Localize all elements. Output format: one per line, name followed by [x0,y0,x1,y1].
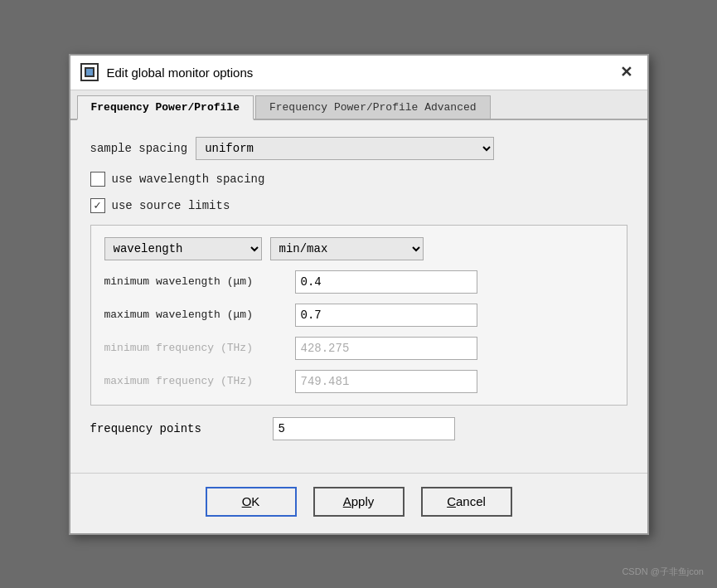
dialog-title: Edit global monitor options [107,66,254,80]
title-bar: Edit global monitor options ✕ [70,56,647,90]
app-icon [80,63,99,81]
apply-label: Apply [343,494,375,508]
min-frequency-row: minimum frequency (THz) [104,337,613,360]
max-wavelength-label: maximum wavelength (μm) [104,309,295,321]
freq-points-label: frequency points [90,422,264,435]
cancel-button[interactable]: Cancel [421,487,512,517]
title-bar-left: Edit global monitor options [80,63,254,81]
wavelength-group: wavelength min/max minimum wavelength (μ… [90,225,627,406]
wavelength-spacing-row: use wavelength spacing [90,172,627,187]
sample-spacing-label: sample spacing [90,142,188,155]
max-wavelength-row: maximum wavelength (μm) [104,304,613,327]
max-frequency-row: maximum frequency (THz) [104,370,613,393]
app-icon-inner [85,67,94,77]
freq-points-row: frequency points [90,417,627,440]
dialog-window: Edit global monitor options ✕ Frequency … [69,54,649,535]
sample-spacing-row: sample spacing uniform [90,137,627,160]
max-wavelength-input[interactable] [295,304,477,327]
min-wavelength-label: minimum wavelength (μm) [104,275,295,288]
max-frequency-label: maximum frequency (THz) [104,375,295,387]
min-wavelength-input[interactable] [295,270,477,294]
tab-bar: Frequency Power/Profile Frequency Power/… [70,90,647,120]
form-content: sample spacing uniform use wavelength sp… [70,120,647,473]
use-wavelength-spacing-label: use wavelength spacing [112,173,265,186]
tab-frequency-power-profile[interactable]: Frequency Power/Profile [77,95,254,120]
apply-button[interactable]: Apply [313,487,405,517]
min-frequency-label: minimum frequency (THz) [104,342,295,354]
freq-points-input[interactable] [273,417,455,440]
type-select[interactable]: wavelength [104,237,262,260]
close-button[interactable]: ✕ [615,63,637,81]
use-source-limits-label: use source limits [112,199,230,212]
use-wavelength-spacing-checkbox[interactable] [90,172,105,187]
type-range-selects: wavelength min/max [104,237,613,260]
cancel-label: Cancel [447,494,486,508]
tab-frequency-power-profile-advanced[interactable]: Frequency Power/Profile Advanced [255,95,491,119]
button-row: OK Apply Cancel [70,473,647,533]
source-limits-row: use source limits [90,198,627,213]
min-frequency-input [295,337,477,360]
ok-button[interactable]: OK [206,487,297,517]
max-frequency-input [295,370,477,393]
sample-spacing-select[interactable]: uniform [196,137,494,160]
min-wavelength-row: minimum wavelength (μm) [104,270,613,294]
use-source-limits-checkbox[interactable] [90,198,105,213]
range-select[interactable]: min/max [270,237,424,260]
watermark: CSDN @子非鱼jcon [622,566,704,578]
ok-label: OK [242,494,260,508]
